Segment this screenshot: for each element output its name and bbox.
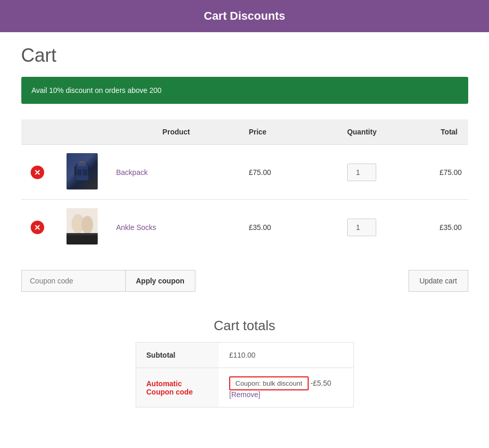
col-header-product: Product [110,119,242,145]
product-name-link-1[interactable]: Backpack [116,168,148,177]
product-image-backpack [67,153,98,189]
page-header-title: Cart Discounts [10,9,479,23]
cell-remove-1 [21,145,55,200]
svg-rect-6 [88,166,90,175]
discount-value: -£5.50 [311,379,332,387]
subtotal-value: £110.00 [219,343,353,368]
promo-banner: Avail 10% discount on orders above 200 [21,77,468,104]
svg-rect-5 [74,166,76,175]
col-header-price: Price [243,119,322,145]
col-header-quantity: Quantity [322,119,402,145]
coupon-tag: Coupon: bulk discount [229,376,309,390]
socks-img [67,208,98,245]
product-image-socks [67,208,98,245]
product-name-link-2[interactable]: Ankle Socks [116,223,156,232]
svg-rect-2 [80,161,85,164]
cart-totals-section: Cart totals Subtotal £110.00 Automatic C… [21,318,468,408]
table-header-row: Product Price Quantity Total [21,119,468,145]
update-cart-button[interactable]: Update cart [408,270,468,292]
cell-price-1: £75.00 [243,145,322,200]
table-row: Backpack £75.00 £75.00 [21,145,468,200]
page-header: Cart Discounts [0,0,489,32]
coupon-row-value: Coupon: bulk discount -£5.50 [Remove] [219,368,353,408]
cell-remove-2 [21,200,55,255]
cell-qty-2 [322,200,402,255]
cell-image-2 [54,200,110,255]
subtotal-label: Subtotal [136,343,219,368]
main-content: Cart Avail 10% discount on orders above … [11,32,479,420]
remove-item-button-2[interactable] [31,221,44,234]
cell-name-1: Backpack [110,145,242,200]
qty-input-2[interactable] [347,219,376,236]
svg-point-9 [82,216,93,234]
cart-title: Cart [21,45,468,66]
cell-name-2: Ankle Socks [110,200,242,255]
cell-qty-1 [322,145,402,200]
table-row: Ankle Socks £35.00 £35.00 [21,200,468,255]
cart-totals-table: Subtotal £110.00 Automatic Coupon code C… [136,342,354,408]
cell-image-1 [54,145,110,200]
backpack-img [67,153,98,189]
remove-coupon-link[interactable]: [Remove] [229,390,260,399]
totals-row-subtotal: Subtotal £110.00 [136,343,353,368]
promo-message: Avail 10% discount on orders above 200 [32,86,162,94]
coupon-area: Apply coupon [21,270,195,292]
auto-coupon-label: Automatic Coupon code [147,379,193,396]
svg-rect-11 [67,233,98,235]
col-header-total: Total [402,119,468,145]
cell-price-2: £35.00 [243,200,322,255]
cart-table: Product Price Quantity Total [21,119,468,254]
apply-coupon-button[interactable]: Apply coupon [125,270,195,292]
cart-totals-title: Cart totals [214,318,275,334]
col-header-remove [21,119,55,145]
totals-row-coupon: Automatic Coupon code Coupon: bulk disco… [136,368,353,408]
coupon-row-label: Automatic Coupon code [136,368,219,408]
remove-item-button-1[interactable] [31,166,44,179]
qty-input-1[interactable] [347,164,376,181]
coupon-code-input[interactable] [21,270,125,292]
col-header-image [54,119,110,145]
cell-total-1: £75.00 [402,145,468,200]
cell-total-2: £35.00 [402,200,468,255]
cart-actions: Apply coupon Update cart [21,265,468,297]
